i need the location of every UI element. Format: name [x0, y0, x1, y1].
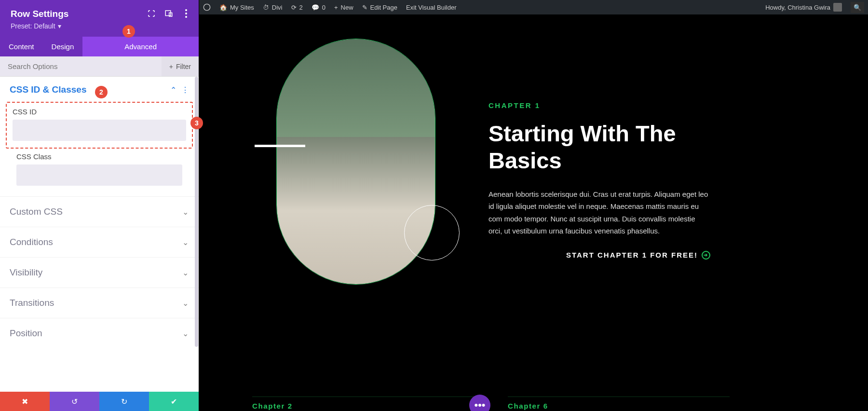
- refresh-icon: ⟳: [291, 4, 297, 11]
- chevron-down-icon: ⌄: [181, 208, 189, 216]
- my-sites[interactable]: 🏠My Sites: [219, 4, 254, 11]
- chevron-down-icon: ▾: [58, 22, 61, 30]
- expand-icon[interactable]: [147, 9, 156, 18]
- css-class-input[interactable]: [16, 164, 182, 186]
- dots-icon: •••: [474, 399, 485, 411]
- chevron-down-icon: ⌄: [181, 329, 189, 337]
- wp-admin-bar: 🏠My Sites ⏱Divi ⟳2 💬0 +New ✎Edit Page Ex…: [199, 0, 868, 14]
- undo-button[interactable]: ↺: [50, 392, 99, 411]
- pencil-icon: ✎: [362, 4, 367, 11]
- field-css-class: CSS Class: [6, 150, 193, 195]
- panel-header: Row Settings Preset: Default ▾: [0, 0, 199, 37]
- preview-canvas: CHAPTER 1 Starting With The Basics Aenea…: [199, 14, 868, 411]
- wp-logo[interactable]: [203, 3, 211, 11]
- cancel-button[interactable]: ✖: [0, 392, 50, 411]
- redo-icon: ↻: [121, 397, 127, 406]
- section-conditions[interactable]: Conditions ⌄: [0, 227, 199, 257]
- kebab-icon[interactable]: ⋮: [181, 85, 189, 95]
- filter-label: Filter: [176, 63, 191, 70]
- plus-icon: +: [169, 63, 173, 70]
- decorative-line: [255, 145, 305, 147]
- svg-point-5: [203, 4, 210, 10]
- kebab-menu-icon[interactable]: [181, 9, 191, 18]
- annotation-2: 2: [95, 86, 108, 98]
- new-menu[interactable]: +New: [334, 4, 353, 11]
- field-css-id: CSS ID: [6, 102, 193, 149]
- redo-button[interactable]: ↻: [99, 392, 149, 411]
- comments[interactable]: 💬0: [312, 4, 326, 11]
- section-title: CSS ID & Classes: [10, 84, 86, 95]
- admin-search[interactable]: 🔍: [851, 2, 864, 13]
- section-transitions[interactable]: Transitions ⌄: [0, 288, 199, 318]
- headline: Starting With The Basics: [488, 120, 710, 175]
- undo-icon: ↺: [71, 397, 78, 406]
- exit-visual-builder[interactable]: Exit Visual Builder: [406, 4, 457, 11]
- save-button[interactable]: ✔: [149, 392, 199, 411]
- card-chapter-2[interactable]: Chapter 2: [252, 397, 474, 411]
- card-chapter-6[interactable]: Chapter 6: [508, 397, 730, 411]
- action-bar: ✖ ↺ ↻ ✔: [0, 392, 199, 411]
- tab-design[interactable]: Design: [43, 37, 83, 56]
- section-position[interactable]: Position ⌄: [0, 318, 199, 348]
- decorative-circle: [404, 205, 460, 260]
- check-icon: ✔: [171, 397, 177, 406]
- comment-icon: 💬: [312, 4, 319, 11]
- content-column: CHAPTER 1 Starting With The Basics Aenea…: [488, 101, 710, 260]
- tabs: Content Design Advanced: [0, 37, 199, 56]
- filter-button[interactable]: + Filter: [162, 56, 199, 76]
- css-id-input[interactable]: [13, 120, 186, 141]
- howdy-user[interactable]: Howdy, Christina Gwira: [765, 3, 842, 12]
- gauge-icon: ⏱: [263, 4, 269, 11]
- annotation-1: 1: [122, 25, 135, 38]
- tab-content[interactable]: Content: [0, 37, 43, 56]
- home-icon: 🏠: [219, 4, 227, 11]
- svg-point-3: [185, 13, 187, 14]
- annotation-3: 3: [190, 117, 203, 129]
- section-custom-css[interactable]: Custom CSS ⌄: [0, 196, 199, 227]
- close-icon: ✖: [22, 397, 28, 406]
- responsive-icon[interactable]: [164, 9, 174, 18]
- plus-icon: +: [334, 4, 338, 11]
- edit-page[interactable]: ✎Edit Page: [362, 4, 397, 11]
- chevron-down-icon: ⌄: [181, 238, 189, 246]
- section-visibility[interactable]: Visibility ⌄: [0, 257, 199, 288]
- search-input[interactable]: [0, 56, 162, 76]
- svg-point-4: [185, 16, 187, 18]
- site-divi[interactable]: ⏱Divi: [263, 4, 283, 11]
- settings-panel: Row Settings Preset: Default ▾ Content D…: [0, 0, 199, 411]
- avatar: [833, 3, 842, 12]
- chevron-up-icon: ⌃: [170, 85, 176, 95]
- svg-point-2: [185, 9, 187, 11]
- preset-dropdown[interactable]: Preset: Default ▾: [11, 22, 188, 30]
- cards-row: Chapter 2 Chapter 6: [252, 397, 730, 411]
- cta-label: START CHAPTER 1 FOR FREE!: [566, 251, 698, 259]
- updates[interactable]: ⟳2: [291, 4, 303, 11]
- cta-link[interactable]: START CHAPTER 1 FOR FREE! ➔: [488, 251, 710, 260]
- css-class-label: CSS Class: [16, 152, 182, 161]
- search-row: + Filter: [0, 56, 199, 77]
- chevron-down-icon: ⌄: [181, 299, 189, 307]
- css-id-label: CSS ID: [13, 108, 186, 116]
- body-text: Aenean lobortis scelerisque dui. Cras ut…: [488, 188, 710, 237]
- scroll-area: CSS ID & Classes ⌃ ⋮ CSS ID CSS Class Cu…: [0, 77, 199, 392]
- tab-advanced[interactable]: Advanced: [82, 37, 199, 56]
- chevron-down-icon: ⌄: [181, 269, 189, 276]
- chapter-label: CHAPTER 1: [488, 101, 710, 110]
- preset-label: Preset: Default: [11, 22, 55, 30]
- arrow-right-icon: ➔: [702, 251, 710, 260]
- search-icon: 🔍: [854, 4, 861, 11]
